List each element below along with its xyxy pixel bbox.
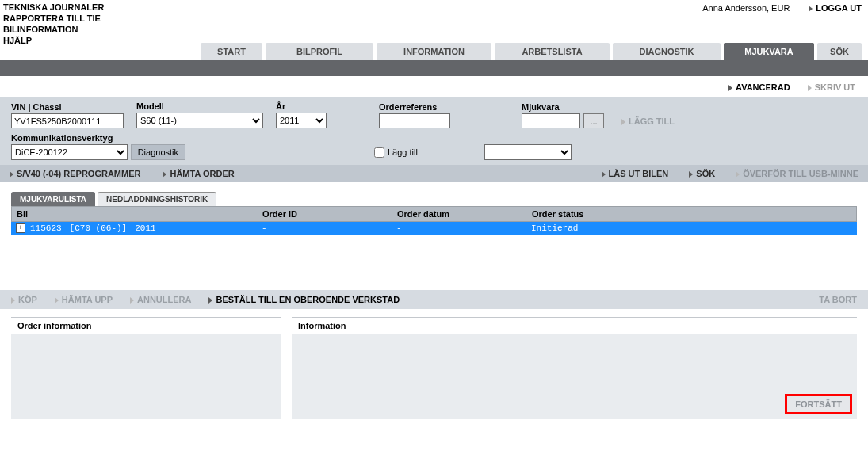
link-report-tie[interactable]: RAPPORTERA TILL TIE — [3, 13, 104, 24]
subtab-download-history[interactable]: NEDLADDNINGSHISTORIK — [98, 192, 216, 206]
tab-diagnostik[interactable]: DIAGNOSTIK — [613, 43, 721, 60]
buy-link: KÖP — [11, 295, 37, 304]
caret-icon — [10, 171, 13, 178]
th-orderstatus: Order status — [532, 209, 851, 219]
caret-icon — [11, 297, 15, 304]
link-journals[interactable]: TEKNISKA JOURNALER — [3, 2, 104, 13]
caret-icon — [163, 171, 166, 178]
link-help[interactable]: HJÄLP — [3, 35, 104, 46]
info-body: FORTSÄTT — [292, 334, 857, 419]
row-orderdate: - — [396, 223, 531, 233]
row-orderid: - — [262, 223, 396, 233]
usb-transfer-link: ÖVERFÖR TILL USB-MINNE — [736, 169, 858, 178]
caret-icon — [809, 6, 813, 12]
vin-input[interactable] — [11, 113, 124, 128]
advanced-link[interactable]: AVANCERAD — [728, 82, 790, 92]
tab-start[interactable]: START — [201, 43, 262, 60]
order-info-body — [11, 334, 281, 419]
caret-icon — [689, 171, 693, 178]
filter-panel: VIN | Chassi Modell S60 (11-) År 2011 Or… — [0, 97, 868, 165]
comm-label: Kommunikationsverktyg — [11, 133, 185, 143]
software-input[interactable] — [522, 113, 580, 128]
subtab-software-list[interactable]: MJUKVARULISTA — [11, 192, 95, 206]
th-orderid: Order ID — [262, 209, 397, 219]
info-panel: Information FORTSÄTT — [292, 317, 857, 419]
action-bar: S/V40 (-04) REPROGRAMMER HÄMTA ORDER LÄS… — [0, 165, 868, 182]
continue-button[interactable]: FORTSÄTT — [785, 394, 852, 414]
caret-icon — [55, 297, 59, 304]
nav-bar — [0, 60, 868, 76]
order-info-panel: Order information — [11, 317, 281, 419]
add-checkbox-label: Lägg till — [388, 147, 418, 157]
search-link[interactable]: SÖK — [689, 169, 715, 178]
comm-select[interactable]: DiCE-200122 — [11, 144, 128, 160]
caret-icon — [808, 85, 812, 91]
th-bil: Bil — [17, 209, 262, 219]
pickup-link: HÄMTA UPP — [55, 295, 113, 304]
main-nav-tabs: START BILPROFIL INFORMATION ARBETSLISTA … — [0, 43, 868, 60]
read-car-link[interactable]: LÄS UT BILEN — [602, 169, 669, 178]
th-orderdate: Order datum — [397, 209, 532, 219]
reprogrammer-link[interactable]: S/V40 (-04) REPROGRAMMER — [10, 169, 140, 178]
top-nav-links: TEKNISKA JOURNALER RAPPORTERA TILL TIE B… — [3, 2, 104, 46]
model-select[interactable]: S60 (11-) — [136, 113, 263, 128]
caret-icon — [621, 119, 625, 125]
caret-icon — [736, 171, 740, 178]
order-info-title: Order information — [11, 318, 281, 334]
fetch-order-link[interactable]: HÄMTA ORDER — [163, 169, 234, 178]
vin-label: VIN | Chassi — [11, 102, 124, 112]
print-link[interactable]: SKRIV UT — [808, 82, 855, 92]
order-independent-link[interactable]: BESTÄLL TILL EN OBEROENDE VERKSTAD — [208, 295, 400, 304]
user-label: Anna Andersson, EUR — [702, 3, 790, 13]
add-link: LÄGG TILL — [621, 116, 675, 126]
tab-arbetslista[interactable]: ARBETSLISTA — [495, 43, 610, 60]
caret-icon — [208, 297, 212, 304]
caret-icon — [130, 297, 134, 304]
info-title: Information — [292, 318, 857, 334]
orderref-label: Orderreferens — [379, 102, 474, 112]
caret-icon — [728, 85, 732, 91]
year-select[interactable]: 2011 — [276, 113, 327, 128]
tab-sok[interactable]: SÖK — [817, 43, 862, 60]
software-browse-button[interactable]: ... — [583, 113, 604, 128]
software-label: Mjukvara — [522, 102, 675, 112]
tab-mjukvara[interactable]: MJUKVARA — [724, 43, 814, 60]
row-id: 115623 — [30, 223, 62, 233]
row-year: 2011 — [135, 223, 155, 233]
add-checkbox[interactable] — [374, 147, 384, 158]
lower-action-bar: KÖP HÄMTA UPP ANNULLERA BESTÄLL TILL EN … — [0, 290, 868, 309]
table-row[interactable]: + 115623 [C70 (06-)] 2011 - - Initierad — [11, 222, 857, 235]
cancel-link: ANNULLERA — [130, 295, 191, 304]
logout-link[interactable]: LOGGA UT — [809, 3, 862, 13]
link-car-info[interactable]: BILINFORMATION — [3, 24, 104, 35]
row-model: [C70 (06-)] — [70, 223, 128, 233]
table-header: Bil Order ID Order datum Order status — [11, 206, 857, 222]
extra-select[interactable] — [484, 144, 572, 160]
expand-icon[interactable]: + — [16, 223, 25, 233]
tab-information[interactable]: INFORMATION — [377, 43, 491, 60]
orderref-input[interactable] — [379, 113, 450, 128]
tab-bilprofil[interactable]: BILPROFIL — [266, 43, 373, 60]
row-status: Initierad — [531, 223, 852, 233]
year-label: År — [276, 101, 327, 111]
diagnostik-button[interactable]: Diagnostik — [131, 144, 185, 160]
caret-icon — [602, 171, 606, 178]
model-label: Modell — [136, 101, 263, 111]
sub-tabs: MJUKVARULISTA NEDLADDNINGSHISTORIK — [0, 182, 868, 206]
remove-link: TA BORT — [819, 295, 857, 304]
